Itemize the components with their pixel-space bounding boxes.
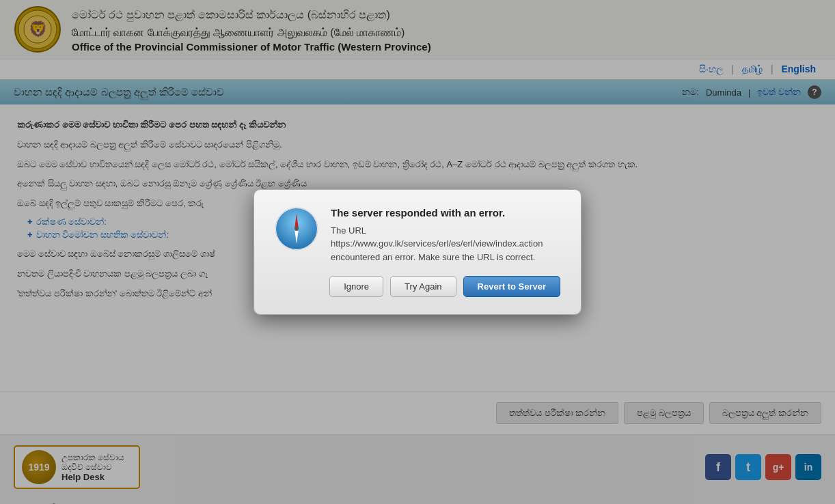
svg-point-8 [295,227,299,231]
modal-overlay: The server responded with an error. The … [0,0,835,504]
try-again-button[interactable]: Try Again [390,276,456,297]
error-modal: The server responded with an error. The … [254,189,581,316]
modal-buttons: Ignore Try Again Revert to Server [275,276,560,297]
modal-message: The URL https://www.gov.lk/services/erl/… [331,224,560,264]
revert-to-server-button[interactable]: Revert to Server [463,276,560,297]
modal-title: The server responded with an error. [331,207,560,219]
ignore-button[interactable]: Ignore [329,276,383,297]
modal-header: The server responded with an error. The … [275,207,560,264]
safari-compass-icon [275,207,318,251]
modal-body: The server responded with an error. The … [331,207,560,264]
